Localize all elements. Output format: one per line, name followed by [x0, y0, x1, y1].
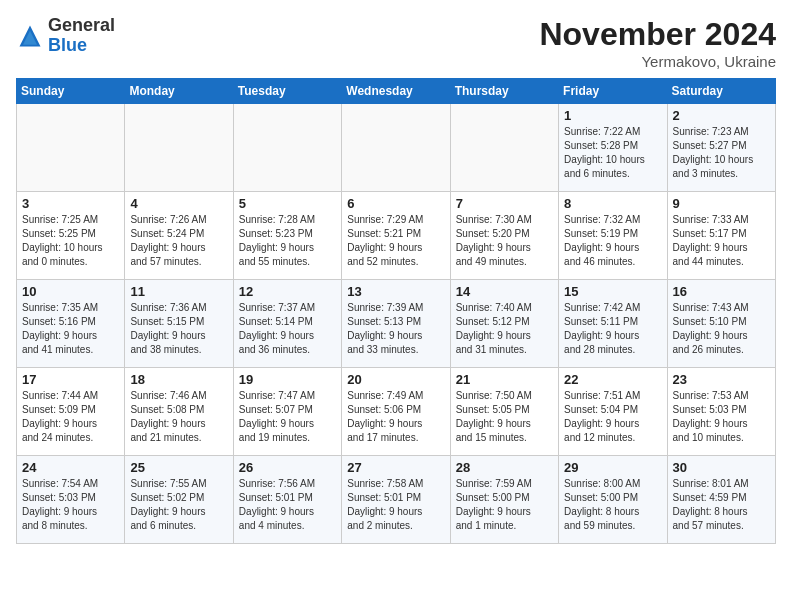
calendar-cell: 29Sunrise: 8:00 AM Sunset: 5:00 PM Dayli… — [559, 456, 667, 544]
page-header: General Blue November 2024 Yermakovo, Uk… — [16, 16, 776, 70]
day-number: 19 — [239, 372, 336, 387]
day-detail: Sunrise: 7:47 AM Sunset: 5:07 PM Dayligh… — [239, 389, 336, 445]
day-detail: Sunrise: 7:33 AM Sunset: 5:17 PM Dayligh… — [673, 213, 770, 269]
calendar-cell: 20Sunrise: 7:49 AM Sunset: 5:06 PM Dayli… — [342, 368, 450, 456]
logo-text: General Blue — [48, 16, 115, 56]
day-number: 27 — [347, 460, 444, 475]
calendar-cell: 24Sunrise: 7:54 AM Sunset: 5:03 PM Dayli… — [17, 456, 125, 544]
day-detail: Sunrise: 7:43 AM Sunset: 5:10 PM Dayligh… — [673, 301, 770, 357]
weekday-header-tuesday: Tuesday — [233, 79, 341, 104]
day-detail: Sunrise: 7:28 AM Sunset: 5:23 PM Dayligh… — [239, 213, 336, 269]
day-number: 29 — [564, 460, 661, 475]
calendar-cell: 15Sunrise: 7:42 AM Sunset: 5:11 PM Dayli… — [559, 280, 667, 368]
day-detail: Sunrise: 7:59 AM Sunset: 5:00 PM Dayligh… — [456, 477, 553, 533]
calendar-cell: 1Sunrise: 7:22 AM Sunset: 5:28 PM Daylig… — [559, 104, 667, 192]
calendar-cell: 30Sunrise: 8:01 AM Sunset: 4:59 PM Dayli… — [667, 456, 775, 544]
day-number: 15 — [564, 284, 661, 299]
day-detail: Sunrise: 8:00 AM Sunset: 5:00 PM Dayligh… — [564, 477, 661, 533]
weekday-header-friday: Friday — [559, 79, 667, 104]
calendar-cell: 26Sunrise: 7:56 AM Sunset: 5:01 PM Dayli… — [233, 456, 341, 544]
day-number: 26 — [239, 460, 336, 475]
day-number: 3 — [22, 196, 119, 211]
day-number: 21 — [456, 372, 553, 387]
day-number: 22 — [564, 372, 661, 387]
day-number: 12 — [239, 284, 336, 299]
day-detail: Sunrise: 7:25 AM Sunset: 5:25 PM Dayligh… — [22, 213, 119, 269]
calendar-table: SundayMondayTuesdayWednesdayThursdayFrid… — [16, 78, 776, 544]
day-detail: Sunrise: 7:40 AM Sunset: 5:12 PM Dayligh… — [456, 301, 553, 357]
calendar-week-row: 24Sunrise: 7:54 AM Sunset: 5:03 PM Dayli… — [17, 456, 776, 544]
day-number: 1 — [564, 108, 661, 123]
day-number: 8 — [564, 196, 661, 211]
day-number: 17 — [22, 372, 119, 387]
weekday-header-thursday: Thursday — [450, 79, 558, 104]
day-number: 13 — [347, 284, 444, 299]
day-detail: Sunrise: 7:42 AM Sunset: 5:11 PM Dayligh… — [564, 301, 661, 357]
calendar-cell: 25Sunrise: 7:55 AM Sunset: 5:02 PM Dayli… — [125, 456, 233, 544]
calendar-cell: 3Sunrise: 7:25 AM Sunset: 5:25 PM Daylig… — [17, 192, 125, 280]
calendar-cell — [342, 104, 450, 192]
day-number: 10 — [22, 284, 119, 299]
calendar-cell — [17, 104, 125, 192]
day-detail: Sunrise: 7:51 AM Sunset: 5:04 PM Dayligh… — [564, 389, 661, 445]
day-detail: Sunrise: 7:58 AM Sunset: 5:01 PM Dayligh… — [347, 477, 444, 533]
calendar-cell: 5Sunrise: 7:28 AM Sunset: 5:23 PM Daylig… — [233, 192, 341, 280]
day-detail: Sunrise: 7:29 AM Sunset: 5:21 PM Dayligh… — [347, 213, 444, 269]
day-detail: Sunrise: 7:55 AM Sunset: 5:02 PM Dayligh… — [130, 477, 227, 533]
title-block: November 2024 Yermakovo, Ukraine — [539, 16, 776, 70]
day-number: 28 — [456, 460, 553, 475]
calendar-cell: 16Sunrise: 7:43 AM Sunset: 5:10 PM Dayli… — [667, 280, 775, 368]
day-detail: Sunrise: 7:32 AM Sunset: 5:19 PM Dayligh… — [564, 213, 661, 269]
calendar-cell: 19Sunrise: 7:47 AM Sunset: 5:07 PM Dayli… — [233, 368, 341, 456]
calendar-cell — [125, 104, 233, 192]
day-detail: Sunrise: 7:46 AM Sunset: 5:08 PM Dayligh… — [130, 389, 227, 445]
calendar-week-row: 17Sunrise: 7:44 AM Sunset: 5:09 PM Dayli… — [17, 368, 776, 456]
day-number: 14 — [456, 284, 553, 299]
day-detail: Sunrise: 7:50 AM Sunset: 5:05 PM Dayligh… — [456, 389, 553, 445]
calendar-week-row: 1Sunrise: 7:22 AM Sunset: 5:28 PM Daylig… — [17, 104, 776, 192]
day-number: 9 — [673, 196, 770, 211]
location-subtitle: Yermakovo, Ukraine — [539, 53, 776, 70]
day-number: 24 — [22, 460, 119, 475]
calendar-cell: 10Sunrise: 7:35 AM Sunset: 5:16 PM Dayli… — [17, 280, 125, 368]
day-detail: Sunrise: 7:23 AM Sunset: 5:27 PM Dayligh… — [673, 125, 770, 181]
logo-blue: Blue — [48, 35, 87, 55]
day-detail: Sunrise: 7:30 AM Sunset: 5:20 PM Dayligh… — [456, 213, 553, 269]
day-detail: Sunrise: 7:35 AM Sunset: 5:16 PM Dayligh… — [22, 301, 119, 357]
day-detail: Sunrise: 7:37 AM Sunset: 5:14 PM Dayligh… — [239, 301, 336, 357]
logo-general: General — [48, 15, 115, 35]
weekday-header-row: SundayMondayTuesdayWednesdayThursdayFrid… — [17, 79, 776, 104]
day-number: 11 — [130, 284, 227, 299]
calendar-cell: 9Sunrise: 7:33 AM Sunset: 5:17 PM Daylig… — [667, 192, 775, 280]
day-detail: Sunrise: 7:49 AM Sunset: 5:06 PM Dayligh… — [347, 389, 444, 445]
day-number: 2 — [673, 108, 770, 123]
day-detail: Sunrise: 7:36 AM Sunset: 5:15 PM Dayligh… — [130, 301, 227, 357]
day-number: 7 — [456, 196, 553, 211]
calendar-cell: 27Sunrise: 7:58 AM Sunset: 5:01 PM Dayli… — [342, 456, 450, 544]
day-detail: Sunrise: 7:39 AM Sunset: 5:13 PM Dayligh… — [347, 301, 444, 357]
day-number: 16 — [673, 284, 770, 299]
day-detail: Sunrise: 7:26 AM Sunset: 5:24 PM Dayligh… — [130, 213, 227, 269]
day-number: 4 — [130, 196, 227, 211]
day-number: 23 — [673, 372, 770, 387]
calendar-cell: 2Sunrise: 7:23 AM Sunset: 5:27 PM Daylig… — [667, 104, 775, 192]
calendar-cell: 11Sunrise: 7:36 AM Sunset: 5:15 PM Dayli… — [125, 280, 233, 368]
calendar-cell: 6Sunrise: 7:29 AM Sunset: 5:21 PM Daylig… — [342, 192, 450, 280]
calendar-cell: 21Sunrise: 7:50 AM Sunset: 5:05 PM Dayli… — [450, 368, 558, 456]
day-number: 5 — [239, 196, 336, 211]
calendar-cell: 23Sunrise: 7:53 AM Sunset: 5:03 PM Dayli… — [667, 368, 775, 456]
day-number: 18 — [130, 372, 227, 387]
day-detail: Sunrise: 7:53 AM Sunset: 5:03 PM Dayligh… — [673, 389, 770, 445]
day-number: 25 — [130, 460, 227, 475]
day-detail: Sunrise: 7:54 AM Sunset: 5:03 PM Dayligh… — [22, 477, 119, 533]
logo-icon — [16, 22, 44, 50]
calendar-cell: 7Sunrise: 7:30 AM Sunset: 5:20 PM Daylig… — [450, 192, 558, 280]
calendar-week-row: 3Sunrise: 7:25 AM Sunset: 5:25 PM Daylig… — [17, 192, 776, 280]
calendar-cell: 17Sunrise: 7:44 AM Sunset: 5:09 PM Dayli… — [17, 368, 125, 456]
calendar-cell — [233, 104, 341, 192]
calendar-cell: 28Sunrise: 7:59 AM Sunset: 5:00 PM Dayli… — [450, 456, 558, 544]
logo: General Blue — [16, 16, 115, 56]
weekday-header-wednesday: Wednesday — [342, 79, 450, 104]
calendar-cell: 12Sunrise: 7:37 AM Sunset: 5:14 PM Dayli… — [233, 280, 341, 368]
calendar-cell: 13Sunrise: 7:39 AM Sunset: 5:13 PM Dayli… — [342, 280, 450, 368]
